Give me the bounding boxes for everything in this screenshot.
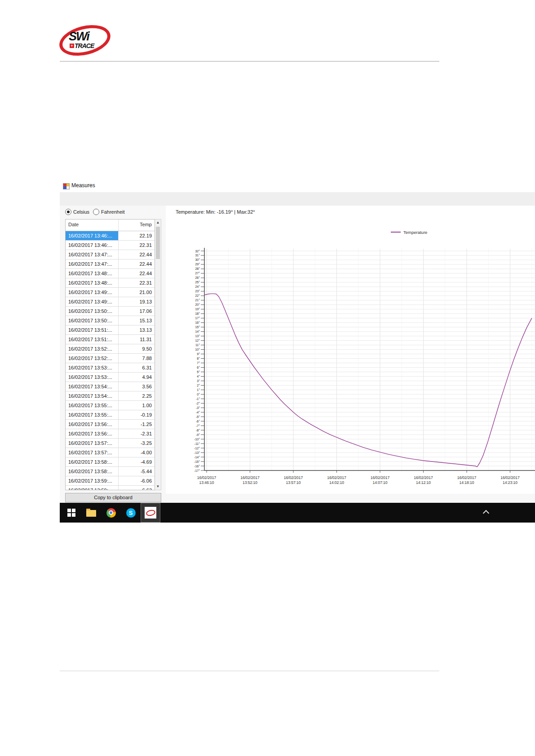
table-row[interactable]: 16/02/2017 13:53:...4.94 bbox=[66, 373, 155, 382]
table-row[interactable]: 16/02/2017 13:57:...-4.00 bbox=[66, 448, 155, 457]
cell-temp[interactable]: 17.06 bbox=[118, 307, 155, 316]
cell-temp[interactable]: -6.06 bbox=[118, 476, 155, 485]
chrome-button[interactable] bbox=[101, 503, 121, 523]
cell-date[interactable]: 16/02/2017 13:50:... bbox=[66, 307, 118, 316]
table-row[interactable]: 16/02/2017 13:46:...22.31 bbox=[66, 241, 155, 250]
cell-date[interactable]: 16/02/2017 13:47:... bbox=[66, 250, 118, 259]
table-row[interactable]: 16/02/2017 13:47:...22.44 bbox=[66, 250, 155, 259]
cell-date[interactable]: 16/02/2017 13:57:... bbox=[66, 448, 118, 457]
cell-date[interactable]: 16/02/2017 13:51:... bbox=[66, 335, 118, 344]
cell-temp[interactable]: 11.31 bbox=[118, 335, 155, 344]
file-explorer-button[interactable] bbox=[81, 503, 101, 523]
table-row[interactable]: 16/02/2017 13:49:...21.00 bbox=[66, 288, 155, 297]
cell-date[interactable]: 16/02/2017 13:58:... bbox=[66, 467, 118, 476]
cell-date[interactable]: 16/02/2017 13:52:... bbox=[66, 354, 118, 363]
cell-temp[interactable]: 13.13 bbox=[118, 325, 155, 334]
cell-temp[interactable]: 7.88 bbox=[118, 354, 155, 363]
cell-date[interactable]: 16/02/2017 13:52:... bbox=[66, 344, 118, 353]
scrollbar-thumb[interactable] bbox=[156, 227, 160, 259]
radio-celsius-dot[interactable] bbox=[65, 209, 71, 215]
cell-temp[interactable]: 22.31 bbox=[118, 241, 155, 250]
cell-temp[interactable]: -4.00 bbox=[118, 448, 155, 457]
cell-date[interactable]: 16/02/2017 13:55:... bbox=[66, 410, 118, 419]
cell-temp[interactable]: -5.44 bbox=[118, 467, 155, 476]
table-row[interactable]: 16/02/2017 13:49:...19.13 bbox=[66, 297, 155, 307]
column-header-temp[interactable]: Temp bbox=[140, 222, 152, 227]
cell-temp[interactable]: -2.31 bbox=[118, 429, 155, 438]
table-scrollbar[interactable]: ▲ ▼ bbox=[155, 219, 161, 490]
cell-temp[interactable]: 1.00 bbox=[118, 401, 155, 410]
scroll-down-icon[interactable]: ▼ bbox=[155, 483, 161, 490]
cell-date[interactable]: 16/02/2017 13:56:... bbox=[66, 429, 118, 438]
cell-temp[interactable]: 22.44 bbox=[118, 269, 155, 278]
cell-date[interactable]: 16/02/2017 13:53:... bbox=[66, 363, 118, 372]
table-row[interactable]: 16/02/2017 13:58:...-4.69 bbox=[66, 457, 155, 467]
table-row[interactable]: 16/02/2017 13:56:...-1.25 bbox=[66, 420, 155, 429]
table-row[interactable]: 16/02/2017 13:52:...7.88 bbox=[66, 354, 155, 363]
cell-date[interactable]: 16/02/2017 13:50:... bbox=[66, 316, 118, 325]
cell-temp[interactable]: 9.50 bbox=[118, 344, 155, 353]
cell-date[interactable]: 16/02/2017 13:51:... bbox=[66, 325, 118, 334]
scroll-up-icon[interactable]: ▲ bbox=[155, 220, 161, 226]
cell-date[interactable]: 16/02/2017 13:48:... bbox=[66, 269, 118, 278]
cell-temp[interactable]: 6.31 bbox=[118, 363, 155, 372]
cell-temp[interactable]: 2.25 bbox=[118, 391, 155, 400]
cell-date[interactable]: 16/02/2017 13:49:... bbox=[66, 288, 118, 297]
cell-temp[interactable]: 3.56 bbox=[118, 382, 155, 391]
cell-temp[interactable]: 19.13 bbox=[118, 297, 155, 306]
cell-date[interactable]: 16/02/2017 13:49:... bbox=[66, 297, 118, 306]
table-row[interactable]: 16/02/2017 13:55:...1.00 bbox=[66, 401, 155, 410]
swi-trace-app-button[interactable] bbox=[141, 503, 160, 523]
table-row[interactable]: 16/02/2017 13:53:...6.31 bbox=[66, 363, 155, 373]
cell-temp[interactable]: -0.19 bbox=[118, 410, 155, 419]
table-header[interactable]: Date Temp bbox=[66, 220, 155, 231]
table-row[interactable]: 16/02/2017 13:51:...11.31 bbox=[66, 335, 155, 344]
cell-date[interactable]: 16/02/2017 13:55:... bbox=[66, 401, 118, 410]
table-row[interactable]: 16/02/2017 13:56:...-2.31 bbox=[66, 429, 155, 439]
table-row[interactable]: 16/02/2017 13:57:...-3.25 bbox=[66, 439, 155, 448]
table-row[interactable]: 16/02/2017 13:54:...3.56 bbox=[66, 382, 155, 391]
copy-to-clipboard-button[interactable]: Copy to clipboard bbox=[65, 493, 161, 502]
cell-temp[interactable]: 22.31 bbox=[118, 278, 155, 287]
cell-date[interactable]: 16/02/2017 13:56:... bbox=[66, 420, 118, 429]
cell-date[interactable]: 16/02/2017 13:59: bbox=[66, 486, 118, 490]
table-row-partial[interactable]: 16/02/2017 13:59:-6.63 bbox=[66, 486, 155, 490]
cell-date[interactable]: 16/02/2017 13:59:... bbox=[66, 476, 118, 485]
cell-date[interactable]: 16/02/2017 13:46:... bbox=[66, 241, 118, 250]
table-row[interactable]: 16/02/2017 13:50:...15.13 bbox=[66, 316, 155, 325]
start-button[interactable] bbox=[62, 503, 81, 523]
radio-fahrenheit[interactable]: Fahrenheit bbox=[93, 208, 125, 215]
cell-temp[interactable]: 22.44 bbox=[118, 250, 155, 259]
cell-temp[interactable]: 15.13 bbox=[118, 316, 155, 325]
table-row[interactable]: 16/02/2017 13:54:...2.25 bbox=[66, 391, 155, 401]
table-row[interactable]: 16/02/2017 13:52:...9.50 bbox=[66, 344, 155, 354]
cell-temp[interactable]: -3.25 bbox=[118, 439, 155, 448]
cell-temp[interactable]: 22.19 bbox=[118, 231, 155, 240]
table-row[interactable]: 16/02/2017 13:55:...-0.19 bbox=[66, 410, 155, 420]
cell-temp[interactable]: 22.44 bbox=[118, 259, 155, 268]
table-row[interactable]: 16/02/2017 13:58:...-5.44 bbox=[66, 467, 155, 476]
cell-temp[interactable]: 4.94 bbox=[118, 373, 155, 382]
show-hidden-icons-chevron-icon[interactable] bbox=[483, 510, 489, 516]
cell-date[interactable]: 16/02/2017 13:54:... bbox=[66, 391, 118, 400]
table-row[interactable]: 16/02/2017 13:46:...22.19 bbox=[66, 231, 155, 241]
table-row[interactable]: 16/02/2017 13:51:...13.13 bbox=[66, 325, 155, 335]
cell-date[interactable]: 16/02/2017 13:53:... bbox=[66, 373, 118, 382]
cell-temp[interactable]: 21.00 bbox=[118, 288, 155, 297]
table-row[interactable]: 16/02/2017 13:48:...22.44 bbox=[66, 269, 155, 278]
cell-date[interactable]: 16/02/2017 13:48:... bbox=[66, 278, 118, 287]
table-row[interactable]: 16/02/2017 13:47:...22.44 bbox=[66, 259, 155, 269]
cell-temp[interactable]: -1.25 bbox=[118, 420, 155, 429]
cell-date[interactable]: 16/02/2017 13:46:... bbox=[66, 231, 118, 240]
cell-date[interactable]: 16/02/2017 13:57:... bbox=[66, 439, 118, 448]
cell-temp[interactable]: -6.63 bbox=[118, 486, 155, 490]
radio-celsius[interactable]: Celsius bbox=[65, 208, 89, 215]
table-row[interactable]: 16/02/2017 13:59:...-6.06 bbox=[66, 476, 155, 486]
column-header-date[interactable]: Date bbox=[68, 222, 79, 227]
cell-date[interactable]: 16/02/2017 13:58:... bbox=[66, 457, 118, 466]
cell-temp[interactable]: -4.69 bbox=[118, 457, 155, 466]
cell-date[interactable]: 16/02/2017 13:54:... bbox=[66, 382, 118, 391]
radio-fahrenheit-dot[interactable] bbox=[93, 209, 99, 215]
skype-button[interactable]: S bbox=[121, 503, 141, 523]
table-row[interactable]: 16/02/2017 13:48:...22.31 bbox=[66, 278, 155, 288]
